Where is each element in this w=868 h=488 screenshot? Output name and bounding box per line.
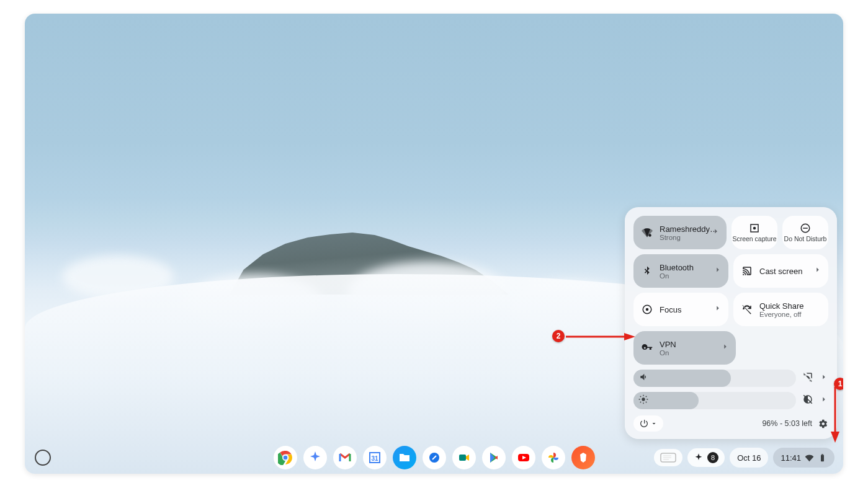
quick-share-icon xyxy=(741,304,753,315)
app-gmail[interactable] xyxy=(333,446,357,469)
shelf-date: Oct 16 xyxy=(737,453,761,463)
dnd-icon xyxy=(799,223,812,234)
svg-point-6 xyxy=(646,308,649,311)
notifications-pill[interactable]: 8 xyxy=(687,448,725,467)
cast-icon xyxy=(741,265,753,277)
shelf-tray: 8 Oct 16 11:41 xyxy=(654,448,839,468)
screen-capture-icon xyxy=(748,223,761,234)
svg-point-0 xyxy=(648,234,651,237)
battery-status-icon xyxy=(818,453,827,463)
app-chrome[interactable] xyxy=(274,446,297,469)
volume-icon xyxy=(638,372,648,384)
volume-row xyxy=(633,370,828,387)
vpn-tile[interactable]: VPN On xyxy=(633,331,736,365)
night-light-off-icon[interactable] xyxy=(802,394,813,407)
chevron-right-icon[interactable] xyxy=(712,227,720,238)
svg-marker-10 xyxy=(831,432,839,443)
power-menu-button[interactable] xyxy=(633,415,663,432)
wifi-tile[interactable]: Rameshreddy… Strong xyxy=(633,216,727,249)
chevron-right-icon[interactable] xyxy=(714,304,722,315)
app-chat[interactable] xyxy=(423,446,446,469)
quick-settings-panel: Rameshreddy… Strong Screen capture Do No… xyxy=(625,207,837,439)
phone-hub-button[interactable] xyxy=(654,449,682,466)
app-youtube[interactable] xyxy=(512,446,535,469)
launcher-button[interactable] xyxy=(35,450,51,466)
status-area[interactable]: 11:41 xyxy=(773,448,834,468)
screen-capture-tile[interactable]: Screen capture xyxy=(732,216,777,249)
brightness-icon xyxy=(638,394,648,407)
svg-rect-26 xyxy=(821,454,823,455)
svg-point-15 xyxy=(283,455,288,460)
chevron-right-icon[interactable] xyxy=(813,265,822,277)
battery-status: 96% - 5:03 left xyxy=(762,419,812,428)
annotation-arrow-1 xyxy=(826,387,843,444)
svg-rect-25 xyxy=(821,455,824,461)
date-pill[interactable]: Oct 16 xyxy=(730,448,768,468)
vpn-key-icon xyxy=(641,342,653,353)
svg-text:31: 31 xyxy=(371,455,378,462)
svg-point-7 xyxy=(642,397,645,401)
quick-share-tile[interactable]: Quick Share Everyone, off xyxy=(733,293,828,326)
chevron-right-icon[interactable] xyxy=(721,342,730,353)
app-play[interactable] xyxy=(482,446,506,469)
notif-count: 8 xyxy=(707,452,718,463)
shelf: 31 8 Oct 16 11:41 xyxy=(29,444,839,471)
annotation-badge-2: 2 xyxy=(552,330,565,342)
desktop-screen: Rameshreddy… Strong Screen capture Do No… xyxy=(25,14,843,474)
bluetooth-icon xyxy=(641,265,653,277)
app-meet[interactable] xyxy=(452,446,476,469)
dnd-tile[interactable]: Do Not Disturb xyxy=(782,216,828,249)
focus-tile[interactable]: Focus xyxy=(633,293,728,326)
app-gemini[interactable] xyxy=(303,446,327,469)
wifi-name: Rameshreddy… xyxy=(660,224,719,234)
shelf-apps: 31 xyxy=(274,446,595,469)
svg-point-2 xyxy=(753,227,756,230)
chevron-right-icon[interactable] xyxy=(714,265,722,277)
wifi-icon xyxy=(641,227,653,238)
brightness-slider[interactable] xyxy=(633,392,796,409)
chevron-right-icon[interactable] xyxy=(820,373,828,384)
app-brave[interactable] xyxy=(571,446,595,469)
app-calendar[interactable]: 31 xyxy=(363,446,387,469)
shelf-time: 11:41 xyxy=(781,453,801,463)
focus-icon xyxy=(641,304,653,315)
svg-rect-19 xyxy=(459,455,466,461)
wifi-status-icon xyxy=(805,453,814,463)
svg-rect-4 xyxy=(803,228,808,229)
svg-marker-12 xyxy=(624,333,635,340)
annotation-arrow-2 xyxy=(566,332,635,342)
wifi-strength: Strong xyxy=(660,234,719,241)
cast-off-icon[interactable] xyxy=(802,371,813,385)
bluetooth-tile[interactable]: Bluetooth On xyxy=(633,254,728,288)
cast-tile[interactable]: Cast screen xyxy=(733,254,828,288)
volume-slider[interactable] xyxy=(633,370,796,387)
app-photos[interactable] xyxy=(542,446,565,469)
brightness-row xyxy=(633,392,828,409)
app-files[interactable] xyxy=(393,446,416,469)
